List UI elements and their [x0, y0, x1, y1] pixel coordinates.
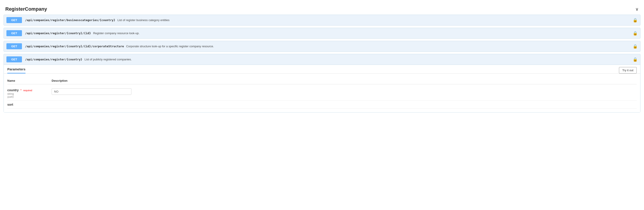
endpoint-path-3: /api/companies/register/{country}/{id}/c…: [25, 45, 124, 48]
params-header-row: Name Description: [7, 77, 637, 84]
param-input-country[interactable]: [52, 88, 132, 95]
lock-icon-1: 🔒: [633, 18, 638, 23]
endpoint-desc-3: Corporate structure look-up for a specif…: [126, 45, 630, 48]
endpoint-path-1: /api/companies/register/businesscategori…: [25, 19, 115, 22]
method-badge-2: GET: [6, 30, 22, 36]
param-row-country: country * required string (path): [7, 86, 637, 101]
method-badge-3: GET: [6, 43, 22, 49]
try-it-out-button[interactable]: Try it out: [619, 67, 637, 74]
chevron-down-icon: ∨: [635, 7, 639, 12]
endpoint-row-1[interactable]: GET /api/companies/register/businesscate…: [4, 15, 640, 26]
parameters-tab-bar: Parameters Try it out: [4, 65, 640, 74]
expanded-endpoint-desc: List of publicly registered companies.: [84, 58, 630, 61]
lock-icon-2: 🔒: [633, 31, 638, 36]
endpoint-row-2[interactable]: GET /api/companies/register/{country}/{i…: [4, 28, 640, 39]
param-name-col-country: country * required string (path): [7, 88, 52, 98]
endpoint-path-2: /api/companies/register/{country}/{id}: [25, 32, 91, 35]
param-name-country: country: [7, 88, 18, 92]
endpoint-desc-1: List of register business category entit…: [118, 19, 630, 22]
param-name-col-sort: sort: [7, 103, 52, 106]
expanded-method-badge: GET: [6, 56, 22, 62]
param-required-star-country: *: [20, 89, 22, 92]
params-col-name-header: Name: [7, 79, 52, 82]
expanded-panel: Parameters Try it out Name Description c…: [4, 65, 640, 112]
expanded-endpoint-header[interactable]: GET /api/companies/register/{country} Li…: [4, 54, 640, 65]
expanded-endpoint: GET /api/companies/register/{country} Li…: [4, 54, 640, 113]
endpoint-desc-2: Register company resource look-up.: [93, 32, 630, 35]
lock-icon-3: 🔒: [633, 44, 638, 49]
section-header[interactable]: RegisterCompany ∨: [4, 4, 640, 15]
param-name-sort: sort: [7, 103, 13, 106]
expanded-endpoint-path: /api/companies/register/{country}: [25, 58, 82, 61]
endpoint-row-3[interactable]: GET /api/companies/register/{country}/{i…: [4, 41, 640, 52]
lock-icon-expanded: 🔒: [633, 57, 638, 62]
section-title: RegisterCompany: [5, 6, 47, 12]
params-table: Name Description country * required stri…: [4, 74, 640, 112]
param-required-label-country: required: [23, 89, 32, 92]
page-container: RegisterCompany ∨ GET /api/companies/reg…: [0, 0, 644, 210]
parameters-tab[interactable]: Parameters: [7, 67, 26, 74]
param-row-sort: sort: [7, 101, 637, 109]
params-col-desc-header: Description: [52, 79, 68, 82]
param-type-country: string: [7, 92, 52, 95]
param-location-country: (path): [7, 95, 52, 98]
method-badge-1: GET: [6, 17, 22, 23]
param-desc-col-country: [52, 88, 637, 95]
